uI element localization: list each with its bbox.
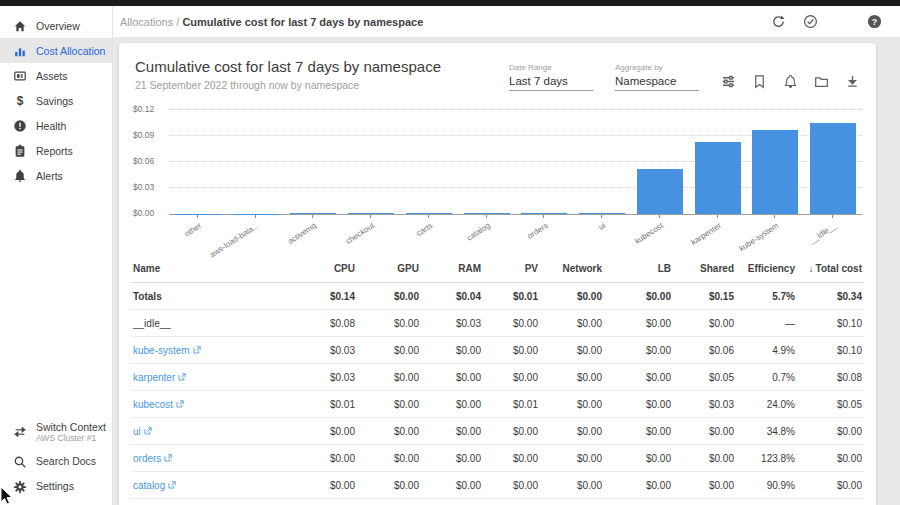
aggregate-by-select[interactable]: Aggregate by Namespace bbox=[615, 63, 699, 91]
namespace-link-karpenter[interactable]: karpenter bbox=[133, 372, 186, 383]
dollar-icon: $ bbox=[13, 94, 27, 108]
cell-cpu: $0.01 bbox=[299, 391, 357, 418]
aggregate-by-value[interactable]: Namespace bbox=[615, 75, 699, 91]
sidebar-item-label: Alerts bbox=[36, 170, 63, 182]
bar-kube-system[interactable] bbox=[752, 130, 798, 214]
sidebar-item-settings[interactable]: Settings bbox=[0, 474, 112, 499]
card-title-block: Cumulative cost for last 7 days by names… bbox=[135, 58, 441, 91]
svg-text:?: ? bbox=[872, 17, 877, 27]
chart-x-label-orders: orders bbox=[516, 215, 574, 249]
sidebar-item-cost-allocation[interactable]: Cost Allocation bbox=[0, 38, 112, 63]
sidebar-item-health[interactable]: Health bbox=[0, 113, 112, 138]
column-header-efficiency[interactable]: Efficiency bbox=[736, 255, 797, 283]
column-header-shared[interactable]: Shared bbox=[673, 255, 736, 283]
cell-shared: $0.00 bbox=[673, 472, 736, 499]
namespace-link-kube-system[interactable]: kube-system bbox=[133, 345, 201, 356]
download-icon[interactable] bbox=[845, 74, 860, 89]
bar-orders[interactable] bbox=[521, 213, 567, 214]
column-header-total-cost[interactable]: ↓Total cost bbox=[797, 255, 864, 283]
chart-bar-slot bbox=[342, 111, 400, 214]
chart-x-axis-labels: otheraws-load-bala...activemqcheckoutcar… bbox=[169, 215, 862, 249]
chart-y-tick-label: $0.06 bbox=[133, 156, 154, 166]
settings-icon[interactable] bbox=[835, 14, 850, 29]
folder-icon[interactable] bbox=[814, 74, 829, 89]
sidebar-item-search-docs[interactable]: Search Docs bbox=[0, 449, 112, 474]
sidebar-item-label: Health bbox=[36, 120, 66, 132]
breadcrumb-section[interactable]: Allocations bbox=[120, 16, 173, 28]
cell-total-cost: $0.00 bbox=[797, 418, 864, 445]
cell-shared: $0.15 bbox=[673, 283, 736, 310]
sidebar-item-alerts[interactable]: Alerts bbox=[0, 163, 112, 188]
table-row-totals[interactable]: Totals$0.14$0.00$0.04$0.01$0.00$0.00$0.1… bbox=[131, 283, 864, 310]
chart-bar-slot bbox=[747, 111, 805, 214]
allocation-card: Cumulative cost for last 7 days by names… bbox=[119, 43, 876, 505]
cost-bar-chart: $0.00$0.03$0.06$0.09$0.12 otheraws-load-… bbox=[133, 111, 862, 249]
cell-efficiency: 0.7% bbox=[736, 364, 797, 391]
cell-name: __idle__ bbox=[131, 310, 299, 337]
chart-x-label-catalog: catalog bbox=[458, 215, 516, 249]
sidebar-item-assets[interactable]: Assets bbox=[0, 63, 112, 88]
cell-name: kubecost bbox=[131, 391, 299, 418]
table-row-orders[interactable]: orders$0.00$0.00$0.00$0.00$0.00$0.00$0.0… bbox=[131, 445, 864, 472]
cell-name: ui bbox=[131, 418, 299, 445]
chart-bar-slot bbox=[631, 111, 689, 214]
bookmark-icon[interactable] bbox=[752, 74, 767, 89]
chart-x-label-kube-system: kube-system bbox=[747, 215, 805, 249]
cell-pv: $0.01 bbox=[483, 283, 540, 310]
table-row-kubecost[interactable]: kubecost$0.01$0.00$0.00$0.01$0.00$0.00$0… bbox=[131, 391, 864, 418]
context-cluster-label: AWS Cluster #1 bbox=[36, 433, 106, 443]
table-row-kube-system[interactable]: kube-system$0.03$0.00$0.00$0.00$0.00$0.0… bbox=[131, 337, 864, 364]
column-header-network[interactable]: Network bbox=[540, 255, 604, 283]
sidebar-item-reports[interactable]: Reports bbox=[0, 138, 112, 163]
table-row-__idle__[interactable]: __idle__$0.08$0.00$0.03$0.00$0.00$0.00$0… bbox=[131, 310, 864, 337]
cell-shared: $0.00 bbox=[673, 418, 736, 445]
external-link-icon bbox=[144, 426, 152, 437]
namespace-link-orders[interactable]: orders bbox=[133, 453, 172, 464]
cell-shared: $0.05 bbox=[673, 364, 736, 391]
breadcrumb-current: Cumulative cost for last 7 days by names… bbox=[182, 16, 423, 28]
column-header-lb[interactable]: LB bbox=[604, 255, 673, 283]
bar-__idle__[interactable] bbox=[810, 123, 856, 214]
chart-bar-slot bbox=[227, 111, 285, 214]
cell-lb: $0.00 bbox=[604, 391, 673, 418]
bar-activemq[interactable] bbox=[290, 213, 336, 214]
chart-x-label-aws-load-bala...: aws-load-bala... bbox=[227, 215, 285, 249]
bar-checkout[interactable] bbox=[348, 213, 394, 214]
chart-bar-slot bbox=[804, 111, 862, 214]
bar-karpenter[interactable] bbox=[695, 142, 741, 214]
column-header-gpu[interactable]: GPU bbox=[357, 255, 421, 283]
table-row-catalog[interactable]: catalog$0.00$0.00$0.00$0.00$0.00$0.00$0.… bbox=[131, 472, 864, 499]
cell-cpu: $0.00 bbox=[299, 445, 357, 472]
cell-efficiency: 4.9% bbox=[736, 337, 797, 364]
refresh-icon[interactable] bbox=[771, 14, 786, 29]
column-header-pv[interactable]: PV bbox=[483, 255, 540, 283]
sidebar-item-savings[interactable]: $Savings bbox=[0, 88, 112, 113]
sidebar-item-overview[interactable]: Overview bbox=[0, 13, 112, 38]
cell-gpu: $0.00 bbox=[357, 391, 421, 418]
namespace-link-catalog[interactable]: catalog bbox=[133, 480, 176, 491]
sidebar-item-switch-context[interactable]: Switch ContextAWS Cluster #1 bbox=[0, 415, 112, 449]
table-row-ui[interactable]: ui$0.00$0.00$0.00$0.00$0.00$0.00$0.0034.… bbox=[131, 418, 864, 445]
column-header-name[interactable]: Name bbox=[131, 255, 299, 283]
cell-gpu: $0.00 bbox=[357, 283, 421, 310]
sidebar-item-label: Switch Context bbox=[36, 421, 106, 434]
bar-catalog[interactable] bbox=[464, 213, 510, 214]
namespace-link-kubecost[interactable]: kubecost bbox=[133, 399, 184, 410]
chart-bar-slot bbox=[169, 111, 227, 214]
check-circle-icon[interactable] bbox=[803, 14, 818, 29]
tune-icon[interactable] bbox=[721, 74, 736, 89]
bar-ui[interactable] bbox=[579, 213, 625, 214]
date-range-select[interactable]: Date Range Last 7 days bbox=[509, 63, 593, 91]
help-icon[interactable]: ? bbox=[867, 14, 882, 29]
table-row-karpenter[interactable]: karpenter$0.03$0.00$0.00$0.00$0.00$0.00$… bbox=[131, 364, 864, 391]
column-header-cpu[interactable]: CPU bbox=[299, 255, 357, 283]
bar-carts[interactable] bbox=[406, 213, 452, 214]
bar-kubecost[interactable] bbox=[637, 169, 683, 214]
date-range-value[interactable]: Last 7 days bbox=[509, 75, 593, 91]
cell-name: catalog bbox=[131, 472, 299, 499]
sidebar-item-label: Overview bbox=[36, 20, 80, 32]
column-header-ram[interactable]: RAM bbox=[421, 255, 483, 283]
bell-icon[interactable] bbox=[783, 74, 798, 89]
namespace-link-ui[interactable]: ui bbox=[133, 426, 152, 437]
cell-ram: $0.00 bbox=[421, 391, 483, 418]
